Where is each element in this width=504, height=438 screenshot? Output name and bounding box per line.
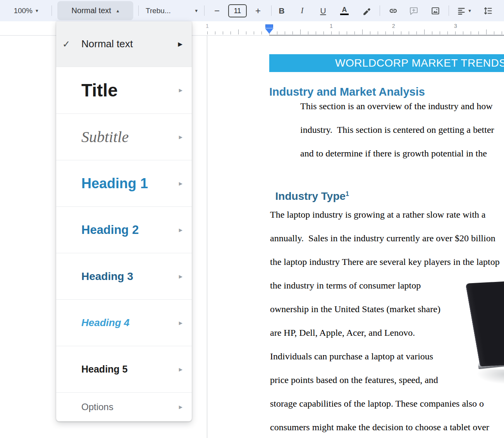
menu-item-heading-5[interactable]: Heading 5 ▶ — [56, 346, 192, 392]
text-line: the laptop industry There are several ke… — [270, 250, 500, 274]
paragraph-style-value: Normal text — [72, 6, 111, 15]
toolbar: 100% ▾ Normal text ▴ Trebu... ▾ − 11 + B… — [0, 0, 504, 21]
font-family-value: Trebu... — [146, 7, 171, 15]
text-color-swatch — [340, 14, 349, 15]
text-line: industry. This section is centered on ge… — [300, 118, 494, 142]
laptop-screen — [465, 281, 504, 367]
highlighter-icon — [362, 6, 372, 16]
laptop-shadow — [474, 369, 504, 385]
plus-icon: + — [255, 5, 261, 16]
submenu-arrow-icon: ▶ — [179, 320, 182, 326]
text-color-button[interactable]: A — [337, 0, 351, 21]
ruler-text-area-edge — [269, 35, 504, 36]
ruler-number: 1 — [203, 23, 211, 29]
indent-marker[interactable] — [265, 24, 274, 34]
document-title-banner[interactable]: WORLDCORP MARKET TRENDS — [269, 54, 504, 72]
text-line: This section is an overview of the indus… — [300, 94, 494, 118]
font-size-value: 11 — [234, 7, 241, 15]
chevron-down-icon: ▾ — [36, 8, 38, 14]
paragraph-styles-menu: ✓ Normal text ▶ Title ▶ Subtitle ▶ Headi… — [56, 21, 192, 421]
page-left-edge — [207, 31, 207, 438]
align-control[interactable]: ▾ — [452, 0, 475, 21]
submenu-arrow-icon: ▶ — [179, 404, 182, 410]
separator — [271, 5, 272, 16]
insert-link-icon — [388, 6, 398, 16]
menu-item-subtitle[interactable]: Subtitle ▶ — [56, 113, 192, 160]
italic-icon: I — [301, 6, 304, 15]
document-title-text: WORLDCORP MARKET TRENDS — [335, 57, 504, 69]
minus-icon: − — [214, 5, 220, 16]
menu-item-options[interactable]: Options ▶ — [56, 392, 192, 421]
zoom-value: 100% — [14, 7, 33, 15]
add-comment-button[interactable] — [406, 0, 421, 21]
submenu-arrow-icon: ▶ — [179, 88, 182, 93]
chevron-up-icon: ▴ — [117, 8, 119, 14]
submenu-arrow-icon: ▶ — [178, 41, 182, 48]
increase-font-size-button[interactable]: + — [251, 0, 265, 21]
subheading-industry-type: Industry Type1 — [269, 178, 349, 203]
ruler-number: 3 — [452, 23, 459, 29]
insert-image-icon — [430, 6, 440, 16]
underline-button[interactable]: U — [316, 0, 330, 21]
menu-item-heading-4[interactable]: Heading 4 ▶ — [56, 299, 192, 346]
decrease-font-size-button[interactable]: − — [210, 0, 224, 21]
ruler-number: 2 — [390, 23, 397, 29]
text-line: The laptop industry is growing at a rath… — [270, 203, 500, 227]
bold-icon: B — [279, 6, 284, 15]
separator — [138, 5, 139, 16]
submenu-arrow-icon: ▶ — [179, 181, 182, 186]
insert-link-button[interactable] — [385, 0, 401, 21]
ruler-half-ticks — [238, 29, 504, 34]
submenu-arrow-icon: ▶ — [179, 134, 182, 140]
text-line: annually. Sales in the industry currentl… — [270, 227, 500, 250]
menu-item-heading-3[interactable]: Heading 3 ▶ — [56, 253, 192, 299]
first-line-indent-marker[interactable] — [265, 24, 273, 28]
line-spacing-button[interactable] — [480, 0, 497, 21]
paragraph-style-control[interactable]: Normal text ▴ — [57, 1, 133, 20]
add-comment-icon — [409, 6, 419, 16]
text-line: storage capabilities of the laptop. Thes… — [270, 392, 500, 416]
separator — [449, 5, 449, 16]
font-family-control[interactable]: Trebu... ▾ — [143, 0, 201, 21]
left-indent-marker[interactable] — [265, 28, 274, 34]
text-line: consumers might make the decision to cho… — [270, 416, 500, 438]
zoom-control[interactable]: 100% ▾ — [5, 0, 47, 21]
font-size-input[interactable]: 11 — [228, 4, 247, 17]
menu-item-normal-text[interactable]: ✓ Normal text ▶ — [56, 21, 192, 67]
subheading-text: Industry Type — [275, 190, 346, 202]
menu-item-title[interactable]: Title ▶ — [56, 67, 192, 113]
text-line: and to determine if there is growth pote… — [300, 142, 494, 165]
italic-button[interactable]: I — [295, 0, 309, 21]
text-color-icon: A — [342, 7, 347, 13]
intro-paragraph: This section is an overview of the indus… — [300, 94, 494, 165]
menu-item-heading-1[interactable]: Heading 1 ▶ — [56, 160, 192, 206]
bold-button[interactable]: B — [275, 0, 289, 21]
insert-image-button[interactable] — [428, 0, 443, 21]
highlight-color-button[interactable] — [360, 0, 375, 21]
underline-icon: U — [320, 6, 326, 15]
chevron-down-icon: ▾ — [468, 8, 471, 14]
separator — [204, 5, 205, 16]
menu-item-heading-2[interactable]: Heading 2 ▶ — [56, 206, 192, 253]
align-left-icon — [456, 6, 466, 16]
laptop-image[interactable] — [465, 278, 504, 394]
ruler-number: 1 — [327, 23, 335, 29]
separator — [380, 5, 380, 16]
submenu-arrow-icon: ▶ — [179, 367, 182, 372]
submenu-arrow-icon: ▶ — [179, 227, 182, 233]
submenu-arrow-icon: ▶ — [179, 274, 182, 279]
footnote-superscript: 1 — [346, 191, 349, 197]
separator — [52, 5, 52, 16]
checkmark-icon: ✓ — [62, 39, 78, 50]
chevron-down-icon: ▾ — [195, 8, 198, 14]
line-spacing-icon — [483, 6, 493, 16]
